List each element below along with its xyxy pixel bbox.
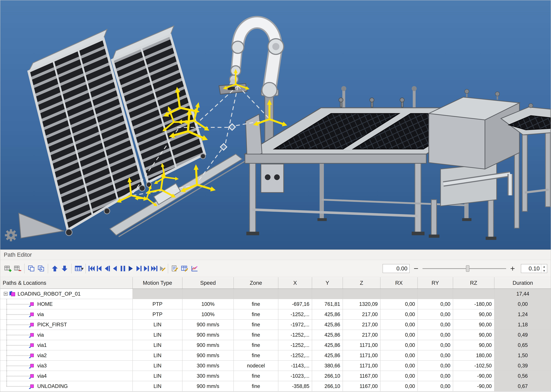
speed-cell[interactable]: 900 mm/s [182, 340, 234, 350]
time-slider-handle[interactable] [466, 265, 469, 272]
speed-cell[interactable]: 300 mm/s [182, 371, 234, 381]
table-row[interactable]: via LIN 900 mm/s fine -1252,... 425,86 2… [0, 330, 551, 340]
table-row[interactable]: HOME PTP 100% fine -697,16 761,81 1320,0… [0, 299, 551, 309]
rx-cell[interactable]: 0,00 [380, 309, 418, 319]
ry-cell[interactable]: 0,00 [418, 330, 453, 340]
zone-cell[interactable]: nodecel [234, 361, 278, 371]
x-cell[interactable]: -1252,... [278, 350, 312, 361]
zone-cell[interactable]: fine [234, 371, 278, 381]
y-cell[interactable]: 266,10 [312, 381, 343, 391]
y-cell[interactable]: 761,81 [312, 299, 343, 309]
motion-type-cell[interactable]: LIN [133, 330, 182, 340]
x-cell[interactable]: -1023,... [278, 371, 312, 381]
rx-cell[interactable] [380, 289, 418, 299]
add-to-path-editor-button[interactable] [3, 262, 13, 275]
previous-location-button[interactable] [96, 262, 103, 275]
customize-columns-button[interactable] [180, 262, 189, 275]
move-up-button[interactable] [50, 262, 60, 275]
ry-cell[interactable]: 0,00 [418, 340, 453, 350]
location-name-cell[interactable]: UNLOADING [0, 381, 133, 391]
location-name-cell[interactable]: via [0, 330, 133, 340]
x-cell[interactable]: -697,16 [278, 299, 312, 309]
edit-simulation-button[interactable] [170, 262, 180, 275]
play-button[interactable] [127, 262, 135, 275]
pause-button[interactable] [119, 262, 127, 275]
table-row[interactable]: via3 LIN 300 mm/s nodecel -1143,... 380,… [0, 361, 551, 371]
speed-cell[interactable] [182, 289, 234, 299]
step-forward-button[interactable] [135, 262, 142, 275]
ry-cell[interactable]: 0,00 [418, 309, 453, 319]
time-step-spinner[interactable]: 0.10 ▴ ▾ [521, 264, 547, 273]
rx-cell[interactable]: 0,00 [380, 330, 418, 340]
x-cell[interactable]: -358,85 [278, 381, 312, 391]
table-row[interactable]: via PTP 100% fine -1252,... 425,86 217,0… [0, 309, 551, 319]
rx-cell[interactable]: 0,00 [380, 361, 418, 371]
y-cell[interactable]: 425,86 [312, 330, 343, 340]
ry-cell[interactable] [418, 289, 453, 299]
zone-cell[interactable]: fine [234, 299, 278, 309]
move-down-button[interactable] [60, 262, 70, 275]
copy-location-button[interactable] [27, 262, 36, 275]
motion-type-cell[interactable] [133, 289, 182, 299]
zone-cell[interactable]: fine [234, 340, 278, 350]
time-slider[interactable] [422, 264, 506, 273]
y-cell[interactable]: 425,86 [312, 350, 343, 361]
x-cell[interactable]: -1143,... [278, 361, 312, 371]
ry-cell[interactable]: 0,00 [418, 361, 453, 371]
rz-cell[interactable] [453, 289, 494, 299]
rz-cell[interactable]: -90,00 [453, 381, 494, 391]
slider-increment-button[interactable]: + [510, 265, 515, 273]
3d-scene[interactable] [0, 0, 551, 250]
ry-cell[interactable]: 0,00 [418, 350, 453, 361]
chevron-down-icon[interactable]: ▾ [81, 266, 84, 271]
speed-cell[interactable]: 100% [182, 299, 234, 309]
motion-type-cell[interactable]: LIN [133, 350, 182, 361]
ry-cell[interactable]: 0,00 [418, 299, 453, 309]
z-cell[interactable]: 1171,00 [343, 361, 380, 371]
z-cell[interactable]: 1171,00 [343, 340, 380, 350]
graph-viewer-button[interactable] [189, 262, 199, 275]
next-location-button[interactable] [142, 262, 150, 275]
tree-collapse-icon[interactable] [4, 292, 7, 296]
z-cell[interactable]: 217,00 [343, 330, 380, 340]
motion-type-cell[interactable]: PTP [133, 299, 182, 309]
speed-cell[interactable]: 300 mm/s [182, 361, 234, 371]
location-name-cell[interactable]: HOME [0, 299, 133, 309]
table-row-operation[interactable]: LOADING_ROBOT_OP_01 17,44 [0, 289, 551, 299]
rz-cell[interactable]: 90,00 [453, 340, 494, 350]
x-cell[interactable]: -1252,... [278, 340, 312, 350]
zone-cell[interactable]: fine [234, 309, 278, 319]
y-cell[interactable]: 425,86 [312, 309, 343, 319]
rz-cell[interactable]: 180,00 [453, 350, 494, 361]
rz-cell[interactable]: 90,00 [453, 309, 494, 319]
location-name-cell[interactable]: PICK_FIRST [0, 319, 133, 330]
rz-cell[interactable]: 90,00 [453, 330, 494, 340]
rx-cell[interactable]: 0,00 [380, 319, 418, 330]
operation-name-cell[interactable]: LOADING_ROBOT_OP_01 [0, 289, 133, 299]
motion-type-cell[interactable]: PTP [133, 309, 182, 319]
y-cell[interactable]: 425,86 [312, 340, 343, 350]
step-up-button[interactable]: ▴ [541, 264, 547, 269]
table-row[interactable]: via4 LIN 300 mm/s fine -1023,... 266,10 … [0, 371, 551, 381]
speed-cell[interactable]: 100% [182, 309, 234, 319]
y-cell[interactable]: 425,86 [312, 319, 343, 330]
table-row[interactable]: via2 LIN 900 mm/s fine -1252,... 425,86 … [0, 350, 551, 361]
step-down-button[interactable]: ▾ [541, 269, 547, 273]
rx-cell[interactable]: 0,00 [380, 340, 418, 350]
time-slider-track[interactable] [422, 268, 506, 269]
remove-from-path-editor-button[interactable] [13, 262, 22, 275]
speed-cell[interactable]: 900 mm/s [182, 381, 234, 391]
location-name-cell[interactable]: via [0, 309, 133, 319]
slider-decrement-button[interactable]: − [414, 265, 418, 273]
table-row[interactable]: PICK_FIRST LIN 900 mm/s fine -1972,... 4… [0, 319, 551, 330]
rx-cell[interactable]: 0,00 [380, 299, 418, 309]
play-to-selected-button[interactable] [158, 262, 166, 275]
zone-cell[interactable]: fine [234, 350, 278, 361]
z-cell[interactable]: 217,00 [343, 319, 380, 330]
rx-cell[interactable]: 0,00 [380, 371, 418, 381]
gear-icon[interactable] [5, 229, 17, 241]
location-name-cell[interactable]: via2 [0, 350, 133, 361]
motion-type-cell[interactable]: LIN [133, 381, 182, 391]
zone-cell[interactable]: fine [234, 330, 278, 340]
rx-cell[interactable]: 0,00 [380, 381, 418, 391]
